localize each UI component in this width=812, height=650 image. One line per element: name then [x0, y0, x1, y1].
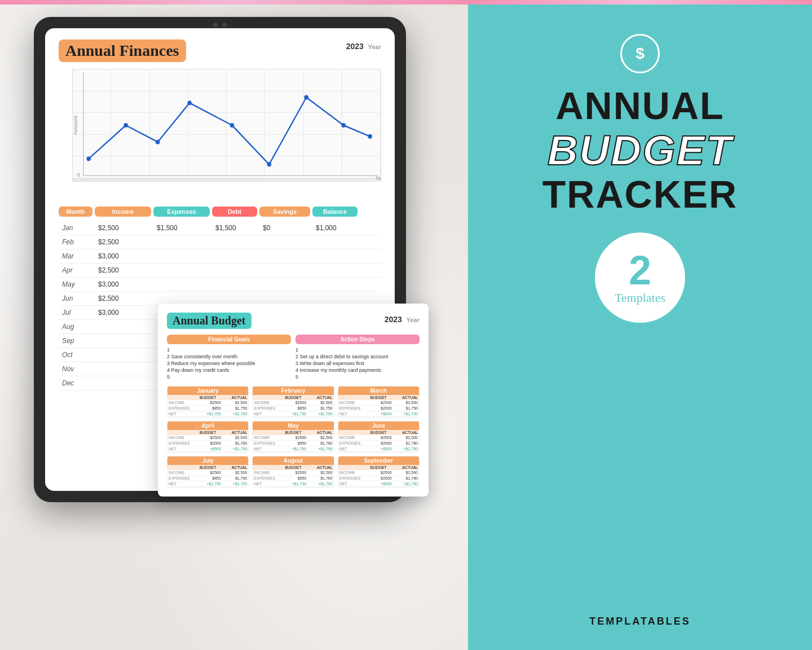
line-chart: Amount Time 0 — [72, 69, 381, 182]
may-header: May — [253, 421, 333, 430]
month-february: February BUDGETACTUAL INCOME $2500 $2,50… — [252, 386, 334, 418]
month-july: July BUDGETACTUAL INCOME $2500 $2,500 EX… — [167, 456, 249, 488]
month-may: May BUDGETACTUAL INCOME $2500 $2,500 EXP… — [252, 421, 334, 453]
th-expenses: Expenses — [153, 207, 210, 217]
month-june: June BUDGETACTUAL INCOME $2500 $2,500 EX… — [338, 421, 420, 453]
left-panel: Annual Finances 2023 Year — [0, 0, 468, 650]
apr-expenses-row: EXPENSES $2000 $1,780 — [167, 441, 248, 446]
brand-label: TEMPLATABLES — [589, 616, 690, 627]
jan-expenses-row: EXPENSES $850 $1,750 — [167, 406, 248, 411]
title-annual: ANNUAL — [542, 85, 738, 127]
month-august: August BUDGETACTUAL INCOME $2500 $2,500 … — [252, 456, 334, 488]
table-headers: Month Income Expenses Debt Savings Balan… — [59, 207, 381, 217]
january-header: January — [167, 387, 248, 395]
templates-number: 2 — [629, 250, 651, 291]
action-item-2: 2 Set up a direct debit to savings accou… — [295, 353, 420, 360]
th-month: Month — [59, 207, 92, 217]
action-steps-header: Action Steps — [295, 335, 420, 344]
dollar-circle: $ — [620, 34, 660, 73]
jul-expenses-row: EXPENSES $850 $1,780 — [167, 476, 248, 481]
mar-income-row: INCOME $2500 $2,500 — [338, 400, 419, 406]
july-header: July — [167, 456, 248, 465]
svg-text:Time: Time — [376, 175, 381, 181]
jun-net-row: NET +$500 +$1,750 — [338, 446, 419, 452]
financial-goals-header: Financial Goals — [167, 335, 291, 344]
table-row: Mar $3,000 — [59, 249, 381, 263]
action-item-4: 4 Increase my monthly card payments — [295, 367, 420, 374]
goal-item-2: 2 Save consistently over month — [167, 353, 291, 360]
may-net-row: NET +$1,750 +$1,750 — [253, 446, 333, 452]
month-march: March BUDGETACTUAL INCOME $2500 $2,500 E… — [338, 386, 420, 418]
th-savings: Savings — [259, 207, 310, 217]
svg-text:Amount: Amount — [73, 116, 78, 135]
budget-document: Annual Budget 2023 Year Financial Goals … — [158, 304, 429, 497]
th-balance: Balance — [312, 207, 358, 217]
budget-title-badge: Annual Budget — [167, 313, 251, 329]
august-header: August — [253, 456, 333, 465]
goals-section: Financial Goals 1 2 Save consistently ov… — [167, 335, 420, 380]
goals-list: 1 2 Save consistently over month 3 Reduc… — [167, 346, 291, 380]
mar-net-row: NET +$500 +$1,750 — [338, 411, 419, 417]
chart-svg: Amount Time 0 — [73, 69, 381, 181]
sep-expenses-row: EXPENSES $2000 $1,780 — [338, 476, 419, 481]
year-label: 2023 Year — [346, 42, 381, 51]
may-expenses-row: EXPENSES $850 $1,780 — [253, 441, 333, 446]
jan-income-row: INCOME $2500 $2,500 — [167, 400, 248, 406]
action-steps-column: Action Steps 1 2 Set up a direct debit t… — [295, 335, 420, 380]
title-budget: BUDGET — [542, 127, 738, 174]
march-header: March — [338, 387, 419, 395]
tablet-camera — [213, 23, 227, 27]
april-header: April — [167, 421, 248, 430]
sep-income-row: INCOME $2500 $2,500 — [338, 470, 419, 476]
budget-year: 2023 — [385, 315, 402, 324]
budget-title: Annual Budget — [173, 314, 246, 327]
templates-circle: 2 Templates — [595, 232, 685, 323]
sep-net-row: NET +$500 +$1,750 — [338, 481, 419, 487]
finances-title: Annual Finances — [65, 42, 179, 60]
feb-income-row: INCOME $2500 $2,500 — [253, 400, 333, 406]
month-april: April BUDGETACTUAL INCOME $2500 $2,500 E… — [167, 421, 249, 453]
svg-point-0 — [86, 156, 91, 161]
actions-list: 1 2 Set up a direct debit to savings acc… — [295, 346, 420, 380]
svg-point-4 — [230, 123, 235, 128]
svg-point-5 — [267, 162, 272, 166]
apr-net-row: NET +$500 +$1,750 — [167, 446, 248, 452]
mar-expenses-row: EXPENSES $2000 $1,750 — [338, 406, 419, 411]
th-debt: Debt — [212, 207, 257, 217]
apr-income-row: INCOME $2500 $2,500 — [167, 435, 248, 441]
svg-point-8 — [368, 134, 372, 139]
jan-net-row: NET +$1,750 +$1,750 — [167, 411, 248, 417]
camera-dot-2 — [222, 23, 227, 27]
templates-label: Templates — [615, 291, 665, 305]
jul-income-row: INCOME $2500 $2,500 — [167, 470, 248, 476]
jun-expenses-row: EXPENSES $2000 $1,780 — [338, 441, 419, 446]
svg-point-2 — [156, 140, 160, 144]
month-september: September BUDGETACTUAL INCOME $2500 $2,5… — [338, 456, 420, 488]
svg-text:0: 0 — [77, 172, 80, 178]
month-january: January BUDGETACTUAL INCOME $2500 $2,500… — [167, 386, 249, 418]
february-header: February — [253, 387, 333, 395]
september-header: September — [338, 456, 419, 465]
main-title: ANNUAL BUDGET TRACKER — [542, 85, 738, 216]
right-panel: $ ANNUAL BUDGET TRACKER 2 Templates TEMP… — [468, 0, 812, 650]
financial-goals-column: Financial Goals 1 2 Save consistently ov… — [167, 335, 291, 380]
action-item-3: 3 Write down all expenses first — [295, 360, 420, 367]
goal-item-3: 3 Reduce my expenses where possible — [167, 360, 291, 367]
jul-net-row: NET +$1,750 +$1,750 — [167, 481, 248, 487]
th-income: Income — [95, 207, 151, 217]
camera-dot — [213, 23, 218, 27]
screen-header: Annual Finances 2023 Year — [59, 39, 381, 62]
aug-net-row: NET +$1,750 +$1,750 — [253, 481, 333, 487]
year-sublabel: Year — [368, 43, 381, 50]
goal-item-5: 5 — [167, 374, 291, 380]
jun-income-row: INCOME $2500 $2,500 — [338, 435, 419, 441]
year-value: 2023 — [346, 42, 364, 51]
svg-point-6 — [304, 95, 308, 100]
budget-year-label: 2023 Year — [385, 315, 420, 324]
svg-point-7 — [341, 123, 346, 128]
monthly-grid: January BUDGETACTUAL INCOME $2500 $2,500… — [167, 386, 420, 488]
action-item-1: 1 — [295, 346, 420, 353]
feb-net-row: NET +$1,750 +$1,750 — [253, 411, 333, 417]
tablet-wrapper: Annual Finances 2023 Year — [34, 17, 417, 508]
finances-title-badge: Annual Finances — [59, 39, 186, 62]
